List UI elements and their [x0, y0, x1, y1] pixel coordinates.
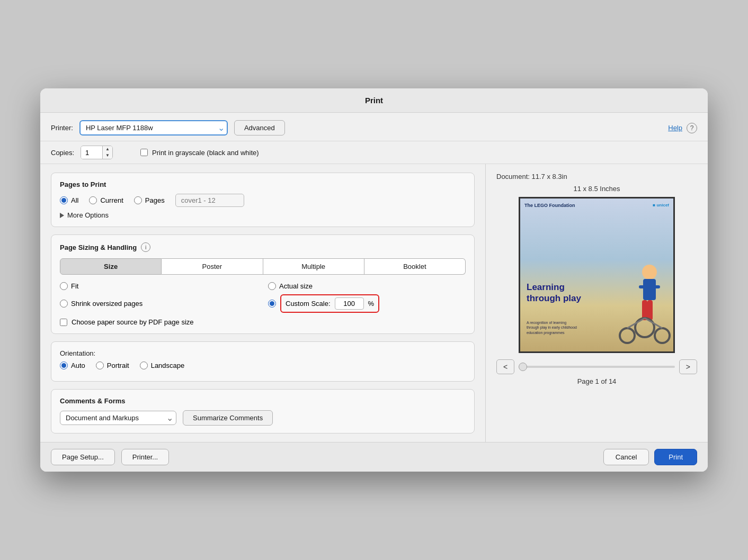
shrink-option[interactable]: Shrink oversized pages: [60, 294, 257, 313]
current-label: Current: [100, 196, 123, 204]
bottom-right-actions: Cancel Print: [603, 449, 697, 465]
preview-inner: The LEGO Foundation ■ unicef: [520, 198, 673, 351]
sizing-tabs: Size Poster Multiple Booklet: [60, 258, 466, 275]
all-radio[interactable]: [60, 196, 68, 204]
page-slider[interactable]: [519, 366, 675, 368]
orientation-radio-row: Auto Portrait Landscape: [60, 362, 466, 369]
actual-size-radio[interactable]: [268, 282, 276, 290]
tab-multiple-button[interactable]: Multiple: [263, 258, 364, 275]
comments-select-row: Document and Markups Document Form Field…: [60, 410, 466, 426]
pdf-source-label: Choose paper source by PDF page size: [72, 318, 194, 326]
more-options-label: More Options: [67, 211, 109, 219]
current-radio[interactable]: [89, 196, 97, 204]
bottom-bar: Page Setup... Printer... Cancel Print: [40, 442, 708, 472]
landscape-label: Landscape: [151, 362, 185, 369]
copies-increment-button[interactable]: ▲: [103, 146, 112, 152]
svg-rect-1: [643, 279, 656, 300]
current-option[interactable]: Current: [89, 196, 123, 204]
printer-select-wrap: HP Laser MFP 1188w ⌄: [79, 120, 228, 136]
bottom-left-actions: Page Setup... Printer...: [51, 449, 169, 465]
cancel-button[interactable]: Cancel: [603, 449, 649, 465]
copies-decrement-button[interactable]: ▼: [103, 152, 112, 159]
pages-range-input[interactable]: [175, 194, 244, 207]
printer-label: Printer:: [51, 124, 73, 132]
svg-rect-2: [639, 285, 645, 288]
preview-lego-logo: The LEGO Foundation: [524, 203, 575, 208]
prev-page-button[interactable]: <: [496, 359, 514, 374]
preview-unicef-logo: ■ unicef: [653, 203, 669, 207]
fit-radio[interactable]: [60, 282, 68, 290]
sizing-section: Page Sizing & Handling i Size Poster Mul…: [51, 234, 475, 334]
page-setup-button[interactable]: Page Setup...: [51, 449, 115, 465]
comments-section: Comments & Forms Document and Markups Do…: [51, 389, 475, 433]
orientation-section: Orientation: Auto Portrait Landscape: [51, 341, 475, 382]
copies-label: Copies:: [51, 149, 74, 157]
pages-section: Pages to Print All Current Pages: [51, 173, 475, 227]
auto-orientation-radio[interactable]: [60, 362, 68, 369]
top-bar: Printer: HP Laser MFP 1188w ⌄ Advanced H…: [40, 113, 708, 141]
printer-select[interactable]: HP Laser MFP 1188w: [79, 120, 228, 136]
custom-scale-row: Custom Scale: %: [268, 294, 466, 313]
grayscale-label: Print in grayscale (black and white): [152, 149, 259, 157]
portrait-radio[interactable]: [96, 362, 104, 369]
pdf-source-checkbox[interactable]: [60, 319, 67, 326]
landscape-option[interactable]: Landscape: [140, 362, 185, 369]
preview-panel: Document: 11.7 x 8.3in 11 x 8.5 Inches T…: [485, 164, 708, 442]
shrink-label: Shrink oversized pages: [71, 300, 143, 308]
document-info: Document: 11.7 x 8.3in: [496, 173, 567, 180]
help-circle-icon[interactable]: ?: [687, 123, 697, 133]
auto-orientation-label: Auto: [71, 362, 85, 369]
main-content: Pages to Print All Current Pages: [40, 164, 708, 442]
print-dialog: Print Printer: HP Laser MFP 1188w ⌄ Adva…: [40, 88, 708, 472]
printer-button[interactable]: Printer...: [121, 449, 169, 465]
more-options-row[interactable]: More Options: [60, 211, 466, 219]
left-panel: Pages to Print All Current Pages: [40, 164, 485, 442]
svg-rect-5: [647, 300, 653, 320]
auto-orientation-option[interactable]: Auto: [60, 362, 85, 369]
custom-scale-option[interactable]: [268, 300, 276, 308]
custom-scale-radio[interactable]: [268, 300, 276, 308]
sizing-header: Page Sizing & Handling i: [60, 242, 466, 252]
actual-size-label: Actual size: [279, 282, 313, 290]
tab-booklet-button[interactable]: Booklet: [364, 258, 466, 275]
dialog-title: Print: [40, 88, 708, 113]
preview-nav: < >: [496, 359, 697, 374]
landscape-radio[interactable]: [140, 362, 148, 369]
shrink-radio[interactable]: [60, 300, 68, 308]
page-size-label: 11 x 8.5 Inches: [573, 185, 620, 193]
svg-rect-3: [649, 285, 660, 288]
custom-scale-label: Custom Scale:: [286, 300, 331, 308]
advanced-button[interactable]: Advanced: [234, 120, 285, 136]
copies-row: Copies: 1 ▲ ▼ Print in grayscale (black …: [40, 141, 708, 164]
pdf-source-row: Choose paper source by PDF page size: [60, 318, 466, 326]
grayscale-wrap: Print in grayscale (black and white): [140, 149, 259, 157]
tab-size-button[interactable]: Size: [60, 258, 162, 275]
pages-option[interactable]: Pages: [134, 196, 165, 204]
orientation-label: Orientation:: [60, 349, 466, 357]
copies-input[interactable]: 1: [81, 147, 102, 159]
grayscale-checkbox[interactable]: [140, 149, 148, 156]
page-info: Page 1 of 14: [577, 377, 617, 385]
summarize-comments-button[interactable]: Summarize Comments: [183, 410, 273, 426]
sizing-options-grid: Fit Actual size Shrink oversized pages: [60, 282, 466, 313]
help-area: Help ?: [668, 123, 697, 133]
portrait-option[interactable]: Portrait: [96, 362, 129, 369]
print-button[interactable]: Print: [654, 449, 697, 465]
all-option[interactable]: All: [60, 196, 78, 204]
help-link[interactable]: Help: [668, 124, 682, 132]
sizing-info-icon[interactable]: i: [141, 242, 150, 252]
pages-radio[interactable]: [134, 196, 142, 204]
comments-select[interactable]: Document and Markups Document Form Field…: [60, 411, 176, 425]
custom-scale-unit: %: [368, 300, 375, 308]
unicef-icon: ■: [653, 203, 655, 207]
printer-row: Printer: HP Laser MFP 1188w ⌄ Advanced: [51, 120, 660, 136]
copies-spinners: ▲ ▼: [102, 146, 112, 159]
fit-option[interactable]: Fit: [60, 282, 257, 290]
actual-size-option[interactable]: Actual size: [268, 282, 466, 290]
portrait-label: Portrait: [107, 362, 129, 369]
tab-poster-button[interactable]: Poster: [162, 258, 263, 275]
preview-title: Learning through play: [527, 282, 581, 304]
pages-label: Pages: [145, 196, 165, 204]
custom-scale-input[interactable]: [335, 297, 364, 310]
next-page-button[interactable]: >: [679, 359, 697, 374]
